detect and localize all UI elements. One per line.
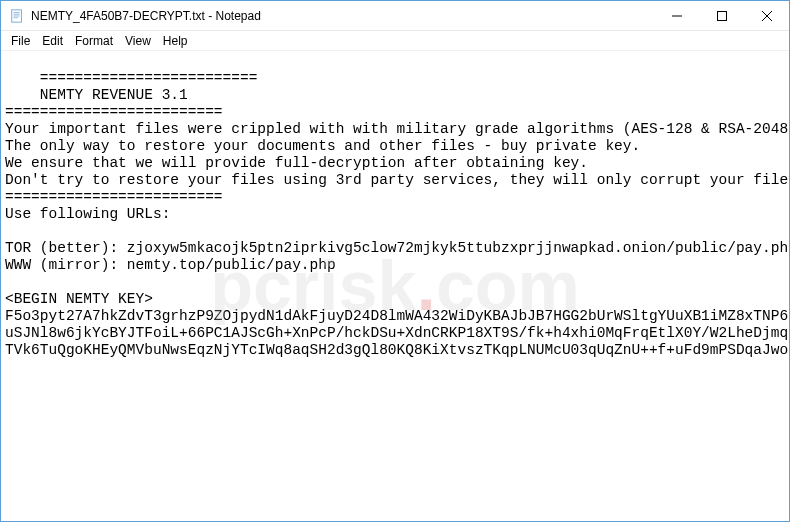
text-line: NEMTY REVENUE 3.1 bbox=[5, 87, 188, 103]
text-line: TOR (better): zjoxyw5mkacojk5ptn2iprkivg… bbox=[5, 240, 789, 256]
text-line: Don't try to restore your files using 3r… bbox=[5, 172, 789, 188]
menu-file[interactable]: File bbox=[5, 33, 36, 49]
menubar: File Edit Format View Help bbox=[1, 31, 789, 51]
text-line: <BEGIN NEMTY KEY> bbox=[5, 291, 153, 307]
text-line: uSJNl8w6jkYcBYJTFoiL+66PC1AJScGh+XnPcP/h… bbox=[5, 325, 789, 341]
text-line: Your important files were crippled with … bbox=[5, 121, 789, 137]
notepad-icon bbox=[9, 8, 25, 24]
text-line: Use following URLs: bbox=[5, 206, 170, 222]
notepad-window: NEMTY_4FA50B7-DECRYPT.txt - Notepad File… bbox=[0, 0, 790, 522]
menu-help[interactable]: Help bbox=[157, 33, 194, 49]
menu-view[interactable]: View bbox=[119, 33, 157, 49]
text-line: The only way to restore your documents a… bbox=[5, 138, 640, 154]
window-controls bbox=[654, 1, 789, 30]
text-line: TVk6TuQgoKHEyQMVbuNwsEqzNjYTcIWq8aqSH2d3… bbox=[5, 342, 789, 358]
menu-format[interactable]: Format bbox=[69, 33, 119, 49]
window-title: NEMTY_4FA50B7-DECRYPT.txt - Notepad bbox=[31, 9, 654, 23]
text-line: ========================= bbox=[5, 104, 223, 120]
text-area[interactable]: pcrisk.com========================= NEMT… bbox=[1, 51, 789, 521]
close-button[interactable] bbox=[744, 1, 789, 30]
titlebar: NEMTY_4FA50B7-DECRYPT.txt - Notepad bbox=[1, 1, 789, 31]
maximize-button[interactable] bbox=[699, 1, 744, 30]
text-line: WWW (mirror): nemty.top/public/pay.php bbox=[5, 257, 336, 273]
minimize-button[interactable] bbox=[654, 1, 699, 30]
watermark: pcrisk.com bbox=[210, 278, 580, 295]
text-line: ========================= bbox=[5, 189, 223, 205]
text-line: ========================= bbox=[40, 70, 258, 86]
text-line: F5o3pyt27A7hkZdvT3grhzP9ZOjpydN1dAkFjuyD… bbox=[5, 308, 789, 324]
text-line: We ensure that we will provide full-decr… bbox=[5, 155, 588, 171]
svg-rect-6 bbox=[717, 11, 726, 20]
menu-edit[interactable]: Edit bbox=[36, 33, 69, 49]
